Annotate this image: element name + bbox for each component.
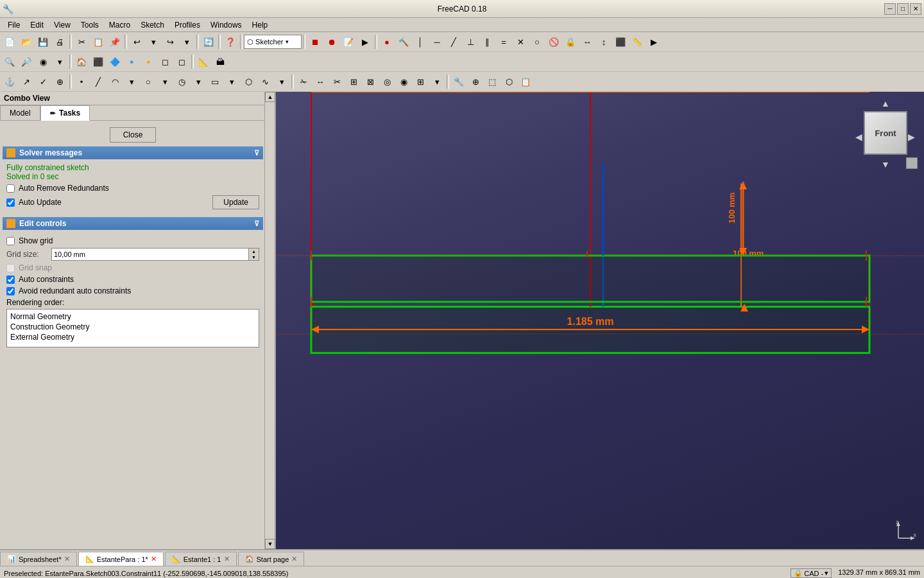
tb-sk-3d[interactable]: ⬚ — [484, 74, 500, 89]
tb-parallel[interactable]: ∥ — [479, 34, 495, 49]
spinner-down[interactable]: ▼ — [249, 254, 259, 260]
tb-sk-conic-drop[interactable]: ▾ — [191, 74, 206, 89]
tb-sk-array[interactable]: ⊞ — [413, 74, 428, 89]
tb-vert[interactable]: │ — [413, 34, 428, 49]
tb-copy[interactable]: 📋 — [90, 34, 106, 49]
tb-macro-edit[interactable]: 📝 — [341, 34, 356, 49]
tb-bbox[interactable]: 📐 — [196, 54, 211, 69]
tb-sk-spline[interactable]: ∿ — [257, 74, 273, 89]
tb-undo[interactable]: ↩ — [129, 34, 144, 49]
tab-startpage[interactable]: 🏠 Start page ✕ — [238, 552, 305, 566]
tb-sk-circle[interactable]: ○ — [141, 74, 156, 89]
tab-startpage-close[interactable]: ✕ — [291, 555, 297, 563]
tb-sk-validate[interactable]: ✓ — [35, 74, 51, 89]
tb-fit-sel[interactable]: 🔎 — [19, 54, 34, 69]
tb-constrain-x[interactable]: 🚫 — [546, 34, 561, 49]
tb-sk-carbon2[interactable]: ◉ — [396, 74, 411, 89]
tb-redo[interactable]: ↪ — [162, 34, 178, 49]
auto-remove-checkbox[interactable] — [6, 184, 15, 193]
tb-sk-leave[interactable]: ↗ — [19, 74, 34, 89]
avoid-redundant-checkbox[interactable] — [6, 287, 15, 295]
show-grid-checkbox[interactable] — [6, 237, 15, 245]
tb-point[interactable]: ● — [379, 34, 395, 49]
tb-sk-rect[interactable]: ▭ — [207, 74, 223, 89]
tb-refresh[interactable]: 🔄 — [201, 34, 216, 49]
nav-cube-down[interactable]: ▼ — [880, 159, 891, 170]
tb-perp[interactable]: ⊥ — [463, 34, 478, 49]
grid-size-input[interactable] — [51, 248, 249, 261]
menu-edit[interactable]: Edit — [25, 19, 49, 31]
panel-close-button[interactable]: Close — [110, 127, 157, 143]
tb-new[interactable]: 📄 — [2, 34, 17, 49]
close-button[interactable]: ✕ — [910, 3, 921, 15]
tb-sk-attach[interactable]: ⚓ — [2, 74, 17, 89]
tb-print[interactable]: 🖨 — [52, 34, 67, 49]
tb-sk-extend[interactable]: ↔ — [312, 74, 328, 89]
scroll-down-btn[interactable]: ▼ — [265, 539, 275, 549]
edit-collapse-btn[interactable]: ⊽ — [254, 220, 259, 228]
tab-spreadsheet-close[interactable]: ✕ — [64, 555, 70, 563]
tb-sk-arc[interactable]: ◠ — [107, 74, 123, 89]
tab-model[interactable]: Model — [0, 105, 40, 121]
tab-estantepara[interactable]: 📐 EstantePara : 1* ✕ — [78, 552, 164, 566]
menu-profiles[interactable]: Profiles — [169, 19, 205, 31]
auto-update-checkbox[interactable] — [6, 198, 15, 207]
tb-left[interactable]: ◻ — [174, 54, 189, 69]
tb-vert-dist[interactable]: ↕ — [596, 34, 612, 49]
tb-sk-circle-drop[interactable]: ▾ — [157, 74, 173, 89]
status-cad-dropdown[interactable]: ▾ — [825, 569, 828, 577]
nav-cube-face[interactable]: Front — [864, 111, 907, 155]
tb-clip[interactable]: 🏔 — [212, 54, 228, 69]
tb-diag[interactable]: ╱ — [446, 34, 461, 49]
tab-spreadsheet[interactable]: 📊 Spreadsheet* ✕ — [0, 552, 77, 566]
tab-tasks[interactable]: ✏ Tasks — [40, 105, 90, 121]
tb-draw-style-drop[interactable]: ▾ — [52, 54, 67, 69]
tb-equal[interactable]: = — [496, 34, 511, 49]
solver-collapse-btn[interactable]: ⊽ — [254, 149, 259, 157]
tb-front[interactable]: ⬛ — [90, 54, 106, 69]
tb-redo-dropdown[interactable]: ▾ — [179, 34, 194, 49]
tb-fit-all[interactable]: 🔍 — [2, 54, 17, 69]
tb-cut[interactable]: ✂ — [74, 34, 89, 49]
nav-cube-up[interactable]: ▲ — [880, 98, 891, 109]
spinner-up[interactable]: ▲ — [249, 249, 259, 254]
scroll-up-btn[interactable]: ▲ — [265, 92, 275, 102]
menu-sketch[interactable]: Sketch — [135, 19, 169, 31]
tb-sk-3d2[interactable]: ⬡ — [501, 74, 517, 89]
tb-horiz[interactable]: ─ — [429, 34, 445, 49]
tb-sk-carbon[interactable]: ◎ — [379, 74, 395, 89]
tb-open[interactable]: 📂 — [19, 34, 34, 49]
tb-stop[interactable]: ⏹ — [307, 34, 323, 49]
nav-cube-right[interactable]: ▶ — [906, 132, 916, 142]
tb-sk-extra[interactable]: 📋 — [518, 74, 533, 89]
tb-sk-split[interactable]: ✂ — [329, 74, 345, 89]
tb-sk-line[interactable]: ╱ — [90, 74, 106, 89]
tb-sk-create[interactable]: ⊕ — [468, 74, 483, 89]
tb-home[interactable]: 🏠 — [74, 54, 89, 69]
menu-help[interactable]: Help — [247, 19, 273, 31]
menu-file[interactable]: File — [3, 19, 25, 31]
tb-macro-run[interactable]: ▶ — [357, 34, 373, 49]
tb-sk-mirror[interactable]: ⊕ — [52, 74, 67, 89]
tb-more[interactable]: ▶ — [646, 34, 662, 49]
tb-save[interactable]: 💾 — [35, 34, 51, 49]
minimize-button[interactable]: ─ — [884, 3, 896, 15]
nav-cube-left[interactable]: ◀ — [853, 132, 864, 142]
tab-estante1-close[interactable]: ✕ — [224, 555, 230, 563]
panel-scrollbar[interactable]: ▲ ▼ — [264, 92, 275, 549]
grid-snap-checkbox[interactable] — [6, 264, 15, 272]
update-button[interactable]: Update — [212, 195, 259, 209]
auto-constraints-checkbox[interactable] — [6, 276, 15, 284]
maximize-button[interactable]: □ — [897, 3, 909, 15]
tb-sk-trim[interactable]: ✁ — [296, 74, 311, 89]
tab-estantepara-close[interactable]: ✕ — [151, 555, 157, 563]
tb-record[interactable]: ⏺ — [324, 34, 339, 49]
menu-view[interactable]: View — [49, 19, 76, 31]
tb-sk-construct[interactable]: ⊠ — [363, 74, 378, 89]
tb-paste[interactable]: 📌 — [107, 34, 123, 49]
tb-horiz-dist[interactable]: ↔ — [579, 34, 595, 49]
tb-fix[interactable]: ⬛ — [613, 34, 628, 49]
tb-draw-style[interactable]: ◉ — [35, 54, 51, 69]
tb-line[interactable]: 🔨 — [396, 34, 411, 49]
tb-sk-pt[interactable]: • — [74, 74, 89, 89]
